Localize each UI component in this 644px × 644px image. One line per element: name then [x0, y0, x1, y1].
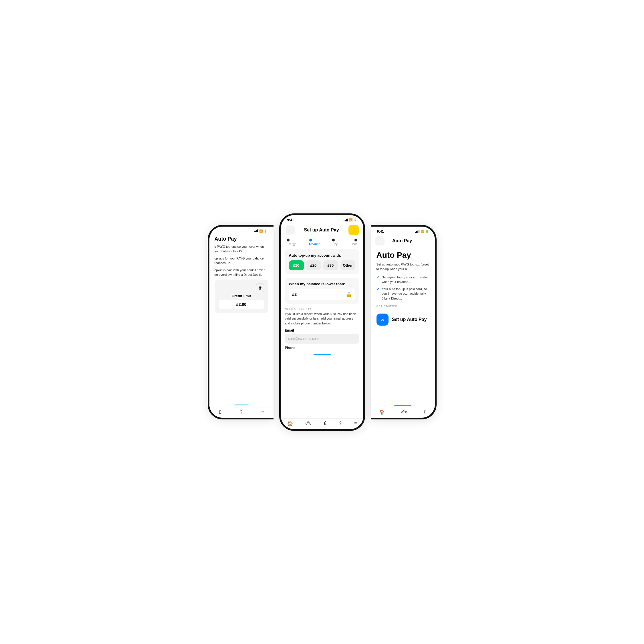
right-description: Set up automatic PAYG top-u... forget to… [377, 262, 429, 272]
email-placeholder: sam@example.com [288, 337, 319, 341]
center-nav-usage[interactable] [306, 421, 311, 426]
left-screen: 📶 🔋 Auto Pay c PAYG top-ups so you never… [209, 227, 274, 418]
right-signal-icon [415, 230, 419, 233]
center-screen: 9:41 📶 🔋 ← Set up Auto Pay ⚡ [281, 215, 363, 429]
check-icon-1: ✓ [377, 275, 380, 280]
amount-card: Auto top-up my account with: £10 £20 £30… [285, 249, 359, 274]
right-content: Auto Pay Set up automatic PAYG top-u... … [371, 248, 435, 405]
center-nav-payment[interactable]: £ [324, 421, 326, 426]
left-nav-menu[interactable]: ≡ [261, 410, 264, 415]
step-pay-label: Pay [333, 243, 338, 246]
center-status-bar: 9:41 📶 🔋 [281, 215, 363, 223]
get-started-label: GET STARTED [377, 305, 429, 308]
infinity-icon: ∞ [377, 314, 389, 326]
bolt-button[interactable]: ⚡ [348, 225, 359, 235]
step-amount-label: Amount [309, 243, 320, 246]
center-nav-menu[interactable]: ≡ [354, 421, 357, 426]
amount-other-button[interactable]: Other [340, 260, 355, 270]
left-body-2: op-ups for your PAYG your balance reache… [215, 256, 268, 265]
battery-icon: 🔋 [264, 229, 267, 233]
amount-30-button[interactable]: £30 [323, 260, 338, 270]
svg-point-2 [310, 423, 311, 425]
right-back-button[interactable]: ← [375, 236, 385, 245]
svg-point-0 [306, 423, 307, 425]
balance-card: When my balance is lower than: £2 🔒 [285, 278, 359, 304]
receipt-description: If you'd like a receipt when your Auto P… [285, 312, 359, 326]
svg-line-8 [403, 411, 404, 412]
step-line-2 [312, 240, 332, 240]
amount-10-button[interactable]: £10 [289, 260, 304, 270]
check-item-1: ✓ Set repeat top-ups for yo... meter whe… [377, 275, 429, 284]
right-battery-icon: 🔋 [425, 230, 429, 233]
email-label: Email [285, 328, 359, 332]
center-header-title: Set up Auto Pay [304, 227, 339, 233]
right-status-icons: 📶 🔋 [415, 230, 429, 233]
check-icon-2: ✓ [377, 287, 380, 291]
back-button[interactable]: ← [286, 225, 295, 235]
scene: 📶 🔋 Auto Pay c PAYG top-ups so you never… [193, 213, 451, 431]
trash-icon[interactable]: 🗑 [256, 284, 264, 292]
left-status-bar: 📶 🔋 [209, 227, 274, 234]
check-text-2: Your auto top-up is paid card, so you'll… [382, 287, 429, 301]
center-nav-help[interactable]: ? [339, 421, 342, 426]
credit-value: £2.00 [219, 300, 264, 309]
step-line-3 [335, 240, 354, 240]
balance-row: £2 🔒 [289, 289, 355, 300]
left-bottom-nav: £ ? ≡ [209, 407, 274, 418]
right-bottom-nav: 🏠 £ [371, 407, 435, 418]
lock-icon: 🔒 [346, 292, 352, 297]
right-wifi-icon: 📶 [421, 230, 424, 233]
phone-left: 📶 🔋 Auto Pay c PAYG top-ups so you never… [208, 225, 274, 419]
balance-value: £2 [292, 292, 297, 297]
left-body-1: c PAYG top-ups so you never when your ba… [215, 244, 268, 254]
svg-line-9 [405, 411, 406, 412]
left-content: Auto Pay c PAYG top-ups so you never whe… [209, 234, 274, 405]
svg-point-7 [406, 412, 407, 413]
left-status-icons: 📶 🔋 [254, 229, 267, 233]
phone-center: 9:41 📶 🔋 ← Set up Auto Pay ⚡ [279, 213, 365, 431]
step-done-dot [354, 239, 357, 241]
center-wifi-icon: 📶 [349, 218, 352, 221]
signal-bars-icon [254, 229, 258, 232]
right-nav-payment[interactable]: £ [424, 409, 426, 415]
step-energy-dot [287, 239, 290, 241]
step-pay-dot [332, 239, 335, 241]
step-line-1 [290, 240, 309, 240]
right-header: ← Auto Pay [371, 235, 435, 248]
center-blue-indicator [314, 354, 331, 355]
amount-options: £10 £20 £30 Other [289, 260, 355, 270]
center-header: ← Set up Auto Pay ⚡ [281, 223, 363, 237]
svg-line-3 [307, 423, 308, 423]
left-page-title: Auto Pay [215, 236, 268, 242]
center-battery-icon: 🔋 [354, 218, 357, 221]
right-nav-usage[interactable] [401, 409, 407, 415]
progress-indicator: Energy Amount Pay Done [281, 237, 363, 249]
right-nav-home[interactable]: 🏠 [379, 409, 385, 415]
receipt-section: NEED A RECEIPT? If you'd like a receipt … [281, 308, 363, 354]
right-header-title: Auto Pay [392, 238, 412, 243]
center-status-icons: 📶 🔋 [344, 218, 357, 221]
center-signal-icon [344, 219, 348, 221]
amount-20-button[interactable]: £20 [306, 260, 321, 270]
left-body-3: op-up is paid with your bank ll never go… [215, 268, 268, 277]
wifi-icon: 📶 [259, 229, 263, 233]
check-text-1: Set repeat top-ups for yo... meter when … [382, 275, 429, 284]
receipt-section-label: NEED A RECEIPT? [285, 308, 359, 310]
left-credit-card: 🗑 Credit limit £2.00 [215, 280, 268, 313]
setup-btn-label: Set up Auto Pay [392, 317, 427, 322]
svg-point-6 [404, 410, 405, 411]
setup-autopay-button[interactable]: ∞ Set up Auto Pay [377, 314, 427, 326]
left-nav-help[interactable]: ? [240, 410, 243, 415]
right-blue-indicator [394, 405, 411, 406]
center-status-time: 9:41 [287, 218, 294, 222]
left-nav-payment[interactable]: £ [219, 410, 221, 415]
right-status-time: 9:41 [377, 229, 384, 233]
step-amount-dot [309, 239, 312, 241]
center-nav-home[interactable]: 🏠 [287, 421, 293, 426]
email-input[interactable]: sam@example.com [285, 334, 359, 344]
right-screen: 9:41 📶 🔋 ← Auto Pay Aut [371, 227, 435, 418]
check-item-2: ✓ Your auto top-up is paid card, so you'… [377, 287, 429, 301]
step-energy-label: Energy [287, 243, 296, 246]
phone-right: 9:41 📶 🔋 ← Auto Pay Aut [371, 225, 437, 419]
phone-label: Phone [285, 346, 359, 350]
